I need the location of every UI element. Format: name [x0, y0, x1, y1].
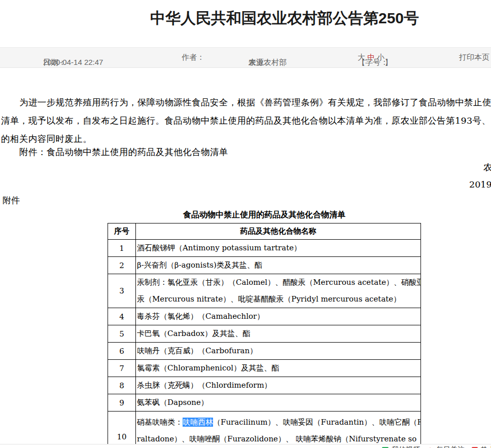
table-caption: 食品动物中禁止使用的药品及其他化合物清单 — [108, 210, 421, 220]
row-number: 5 — [108, 325, 136, 343]
row-number: 8 — [108, 377, 136, 394]
header-cell-name: 药品及其他化合物名称 — [136, 223, 421, 240]
signature-date: 2019年 — [469, 178, 491, 191]
bottom-toolbar: 我的视频 每日关注 热点资讯 — [382, 445, 491, 448]
substance-name: 杀虫脒（克死螨）（Chlordimeform） — [137, 377, 420, 394]
attachment-label: 附件 — [3, 195, 20, 206]
banned-substances-table: 序号 药品及其他化合物名称 1 酒石酸锑钾（Antimony potassium… — [108, 223, 421, 448]
print-page-button[interactable]: 打印本页 — [459, 53, 489, 62]
paragraph-line-3: 的相关内容同时废止。 — [1, 133, 92, 145]
row-number: 6 — [108, 343, 136, 360]
hot-news-link[interactable]: 热点资讯 — [472, 445, 491, 448]
page-title: 中华人民共和国农业农村部公告第250号 — [0, 8, 491, 29]
selected-text-furacilinum: 呋喃西林 — [183, 418, 213, 427]
daily-follow-link[interactable]: 每日关注 — [427, 445, 465, 448]
my-videos-label: 我的视频 — [392, 445, 420, 448]
attachment-reference-line: 附件：食品动物中禁止使用的药品及其他化合物清单 — [19, 146, 228, 158]
meta-bar: 日期：2020-04-14 22:47 作者： 来源：农业农村部 【字号：大 中… — [0, 47, 491, 68]
substance-name: β-兴奋剂（β-agonists)类及其盐、酯 — [137, 257, 420, 274]
table-row: 2 β-兴奋剂（β-agonists)类及其盐、酯 — [108, 257, 421, 274]
table-row: 1 酒石酸锑钾（Antimony potassium tartrate） — [108, 240, 421, 257]
date-value: 2020-04-14 22:47 — [43, 58, 103, 66]
source-value: 农业农村部 — [249, 58, 287, 67]
table-row: 4 毒杀芬（氯化烯）（Camahechlor） — [108, 308, 421, 325]
row-number: 3 — [108, 274, 136, 308]
row-number: 9 — [108, 394, 136, 412]
substance-name-line1: 汞制剂：氯化亚汞（甘汞）（Calomel）、醋酸汞（Mercurous acet… — [137, 274, 420, 291]
table-row: 9 氨苯砜（Dapsone） — [108, 394, 421, 412]
row-number: 10 — [108, 412, 136, 448]
paragraph-line-2: 清单，现予以发布，自发布之日起施行。食品动物中禁止使用的药品及其他化合物以本清单… — [1, 115, 491, 127]
substance-name: 卡巴氧（Carbadox）及其盐、酯 — [137, 325, 420, 342]
signature-issuer: 农 — [483, 161, 491, 173]
row-number: 1 — [108, 240, 136, 257]
fontsize-prefix: 【字号： — [358, 58, 388, 67]
substance-name: 氯霉素（Chloramphenicol）及其盐、酯 — [137, 360, 420, 377]
row-number: 2 — [108, 257, 136, 274]
substance-name: 酒石酸锑钾（Antimony potassium tartrate） — [137, 240, 420, 256]
table-row: 10 硝基呋喃类：呋喃西林（Furacilinum）、呋喃妥因（Furadant… — [108, 412, 421, 448]
author-label: 作者： — [182, 53, 204, 62]
substance-name-line2: 汞（Mercurous nitrate）、吡啶基醋酸汞（Pyridyl merc… — [137, 291, 420, 308]
substance-name: 呋喃丹（克百威）（Carbofuran） — [137, 343, 420, 359]
table-row: 3 汞制剂：氯化亚汞（甘汞）（Calomel）、醋酸汞（Mercurous ac… — [108, 274, 421, 308]
substance-name: 氨苯砜（Dapsone） — [137, 394, 420, 411]
fontsize-control: 【字号：大 中 小】 — [358, 53, 384, 62]
table-row: 5 卡巴氧（Carbadox）及其盐、酯 — [108, 325, 421, 343]
my-videos-link[interactable]: 我的视频 — [382, 445, 420, 448]
paragraph-line-1: 为进一步规范养殖用药行为，保障动物源性食品安全，根据《兽药管理条例》有关规定，我… — [19, 96, 491, 108]
table-header-row: 序号 药品及其他化合物名称 — [108, 223, 421, 240]
header-cell-no: 序号 — [108, 223, 136, 240]
hot-news-label: 热点资讯 — [481, 445, 491, 448]
fontsize-suffix: 】 — [384, 58, 392, 67]
row-number: 7 — [108, 360, 136, 377]
substance-name-line1: 硝基呋喃类：呋喃西林（Furacilinum）、呋喃妥因（Furadantin）… — [137, 414, 420, 431]
daily-follow-label: 每日关注 — [436, 445, 465, 448]
table-row: 6 呋喃丹（克百威）（Carbofuran） — [108, 343, 421, 360]
row-number: 4 — [108, 308, 136, 325]
table-row: 7 氯霉素（Chloramphenicol）及其盐、酯 — [108, 360, 421, 377]
substance-name: 毒杀芬（氯化烯）（Camahechlor） — [137, 308, 420, 325]
table-row: 8 杀虫脒（克死螨）（Chlordimeform） — [108, 377, 421, 394]
